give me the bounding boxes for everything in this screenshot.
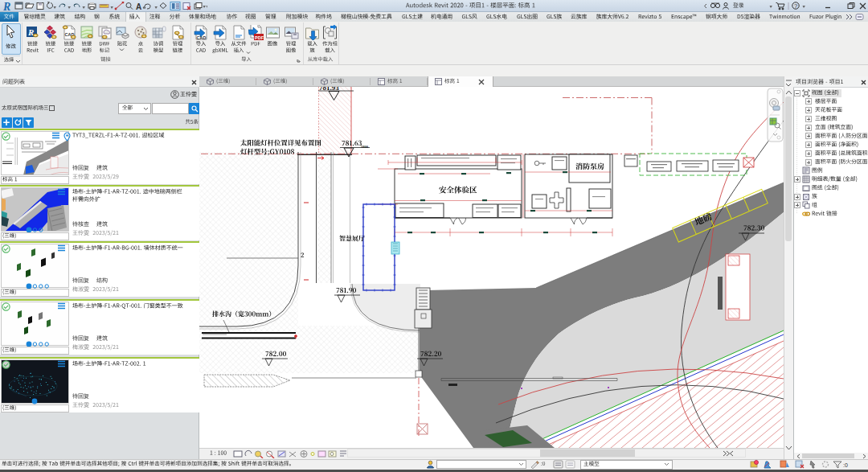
svg-text:A: A (136, 2, 141, 11)
svg-text:PDF: PDF (255, 35, 264, 40)
svg-text:CAD: CAD (196, 35, 206, 40)
svg-text:1800: 1800 (361, 145, 369, 149)
svg-text:?: ? (794, 2, 797, 10)
svg-text:R: R (2, 1, 10, 13)
svg-text::0: :0 (843, 462, 848, 468)
